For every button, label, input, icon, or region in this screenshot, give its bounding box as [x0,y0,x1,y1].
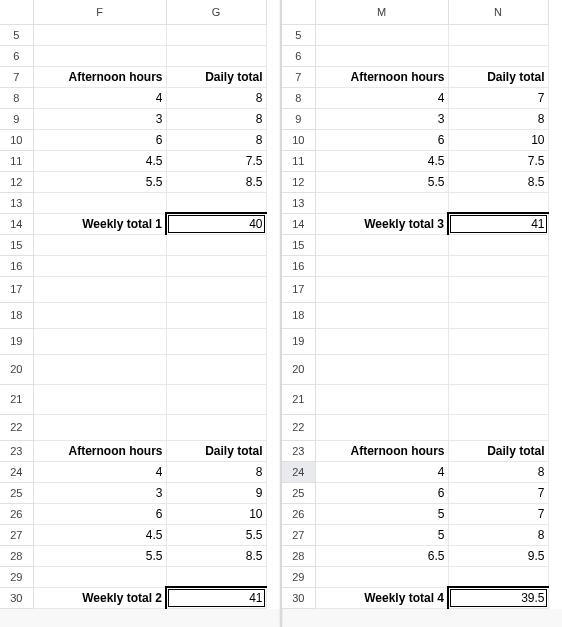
weekly-total-value[interactable]: 39.5 [448,587,548,608]
cell-daily[interactable]: 8 [166,108,266,129]
weekly-total-label[interactable]: Weekly total 2 [33,587,166,608]
cell[interactable] [448,414,548,440]
cell-daily[interactable]: 7 [448,482,548,503]
cell-daily[interactable]: 8.5 [166,171,266,192]
row-header[interactable]: 11 [282,150,315,171]
cell-daily[interactable]: 10 [166,503,266,524]
header-daily[interactable]: Daily total [166,66,266,87]
row-header[interactable]: 27 [0,524,33,545]
cell[interactable] [166,45,266,66]
row-header[interactable]: 21 [282,384,315,414]
cell-afternoon[interactable]: 3 [315,108,448,129]
cell[interactable] [315,45,448,66]
cell-daily[interactable]: 8 [166,129,266,150]
weekly-total-label[interactable]: Weekly total 3 [315,213,448,234]
row-header[interactable]: 30 [282,587,315,608]
cell[interactable] [33,384,166,414]
weekly-total-value[interactable]: 41 [166,587,266,608]
header-afternoon[interactable]: Afternoon hours [315,440,448,461]
cell-afternoon[interactable]: 4 [315,87,448,108]
cell[interactable] [448,276,548,302]
cell-afternoon[interactable]: 5.5 [33,171,166,192]
cell[interactable] [448,255,548,276]
row-header[interactable]: 15 [0,234,33,255]
header-afternoon[interactable]: Afternoon hours [33,66,166,87]
cell-daily[interactable]: 8.5 [448,171,548,192]
cell[interactable] [33,192,166,213]
row-header[interactable]: 9 [0,108,33,129]
cell-afternoon[interactable]: 3 [33,108,166,129]
cell-daily[interactable]: 8 [448,524,548,545]
cell[interactable] [166,566,266,587]
cell-daily[interactable]: 9 [166,482,266,503]
row-header[interactable]: 20 [282,354,315,384]
cell-daily[interactable]: 10 [448,129,548,150]
col-header-m[interactable]: M [315,0,448,24]
row-header[interactable]: 20 [0,354,33,384]
row-header[interactable]: 27 [282,524,315,545]
row-header[interactable]: 12 [0,171,33,192]
cell[interactable] [315,192,448,213]
cell-afternoon[interactable]: 4 [315,461,448,482]
cell[interactable] [33,255,166,276]
cell[interactable] [33,328,166,354]
cell-afternoon[interactable]: 4 [33,461,166,482]
cell-daily[interactable]: 8 [448,461,548,482]
cell[interactable] [448,354,548,384]
cell-daily[interactable]: 8 [448,108,548,129]
row-header[interactable]: 14 [282,213,315,234]
cell[interactable] [166,414,266,440]
row-header[interactable]: 6 [282,45,315,66]
row-header[interactable]: 19 [282,328,315,354]
row-header[interactable]: 18 [282,302,315,328]
row-header[interactable]: 22 [0,414,33,440]
cell[interactable] [33,45,166,66]
cell[interactable] [33,302,166,328]
cell[interactable] [448,24,548,45]
row-header[interactable]: 16 [282,255,315,276]
cell[interactable] [315,354,448,384]
row-header[interactable]: 14 [0,213,33,234]
cell[interactable] [315,328,448,354]
row-header[interactable]: 11 [0,150,33,171]
cell-afternoon[interactable]: 6.5 [315,545,448,566]
row-header[interactable]: 30 [0,587,33,608]
col-header-g[interactable]: G [166,0,266,24]
cell[interactable] [448,566,548,587]
row-header[interactable]: 5 [282,24,315,45]
row-header[interactable]: 22 [282,414,315,440]
weekly-total-label[interactable]: Weekly total 1 [33,213,166,234]
cell[interactable] [33,276,166,302]
cell-afternoon[interactable]: 5.5 [315,171,448,192]
cell-afternoon[interactable]: 3 [33,482,166,503]
col-header-f[interactable]: F [33,0,166,24]
row-header[interactable]: 25 [282,482,315,503]
row-header[interactable]: 29 [0,566,33,587]
cell[interactable] [33,354,166,384]
header-afternoon[interactable]: Afternoon hours [33,440,166,461]
row-header[interactable]: 13 [282,192,315,213]
row-header[interactable]: 25 [0,482,33,503]
row-header[interactable]: 26 [282,503,315,524]
row-header[interactable]: 19 [0,328,33,354]
cell[interactable] [315,276,448,302]
cell[interactable] [448,384,548,414]
grid-right[interactable]: M N 5 6 7 Afternoon hours Daily total 8 … [282,0,549,609]
header-daily[interactable]: Daily total [166,440,266,461]
weekly-total-value[interactable]: 40 [166,213,266,234]
header-afternoon[interactable]: Afternoon hours [315,66,448,87]
row-header[interactable]: 28 [282,545,315,566]
row-header[interactable]: 17 [0,276,33,302]
row-header-selected[interactable]: 24 [282,461,315,482]
cell[interactable] [315,255,448,276]
row-header[interactable]: 28 [0,545,33,566]
row-header[interactable]: 10 [282,129,315,150]
row-header[interactable]: 5 [0,24,33,45]
row-header[interactable]: 12 [282,171,315,192]
cell-daily[interactable]: 7.5 [166,150,266,171]
cell[interactable] [448,302,548,328]
cell-daily[interactable]: 9.5 [448,545,548,566]
cell[interactable] [448,234,548,255]
cell[interactable] [33,24,166,45]
row-header[interactable]: 8 [282,87,315,108]
